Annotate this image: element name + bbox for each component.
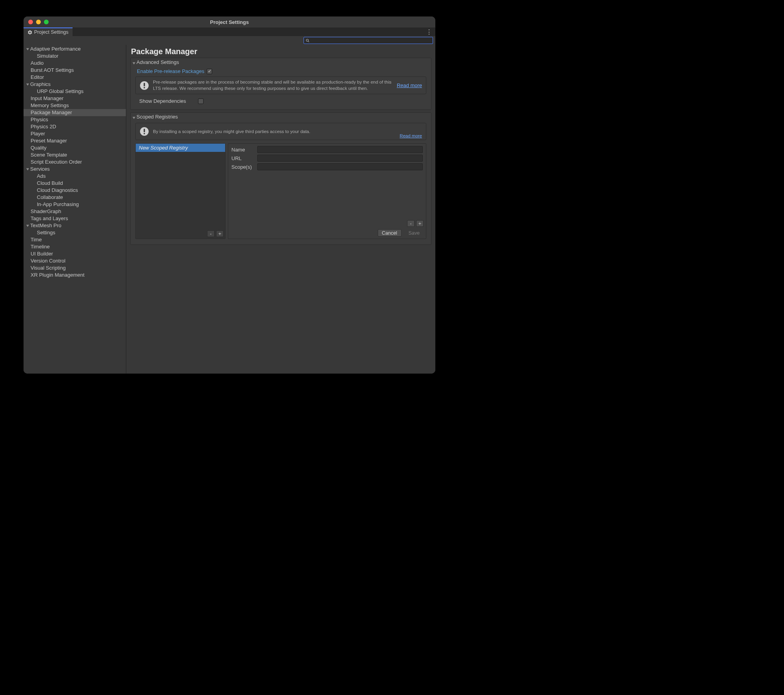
registry-name-label: Name bbox=[231, 147, 257, 153]
sidebar-item-adaptive-performance[interactable]: Adaptive Performance bbox=[24, 46, 126, 53]
sidebar-item-textmesh-pro[interactable]: TextMesh Pro bbox=[24, 222, 126, 229]
sidebar-item-scene-template[interactable]: Scene Template bbox=[24, 151, 126, 159]
advanced-settings-panel: Advanced Settings Enable Pre-release Pac… bbox=[130, 58, 431, 110]
sidebar-item-shadergraph[interactable]: ShaderGraph bbox=[24, 208, 126, 215]
cancel-button[interactable]: Cancel bbox=[378, 229, 402, 237]
registry-area: New Scoped Registry - + Name bbox=[135, 143, 427, 241]
scoped-registries-panel: Scoped Registries By installing a scoped… bbox=[130, 112, 431, 245]
svg-marker-6 bbox=[133, 62, 135, 64]
tab-options-menu[interactable]: ⋮ bbox=[426, 27, 432, 36]
sidebar-item-simulator[interactable]: Simulator bbox=[24, 53, 126, 60]
remove-registry-button[interactable]: - bbox=[207, 230, 215, 237]
sidebar-item-preset-manager[interactable]: Preset Manager bbox=[24, 137, 126, 144]
close-window-button[interactable] bbox=[28, 20, 33, 24]
sidebar-item-label: Burst AOT Settings bbox=[31, 67, 74, 74]
project-settings-window: Project Settings Project Settings ⋮ Adap… bbox=[24, 16, 435, 374]
svg-marker-4 bbox=[26, 168, 29, 170]
scope-buttons: - + bbox=[407, 220, 424, 227]
show-dependencies-label: Show Dependencies bbox=[139, 98, 198, 104]
sidebar-item-label: Settings bbox=[37, 229, 55, 236]
sidebar-item-burst-aot-settings[interactable]: Burst AOT Settings bbox=[24, 67, 126, 74]
save-button[interactable]: Save bbox=[405, 229, 424, 237]
sidebar-item-memory-settings[interactable]: Memory Settings bbox=[24, 102, 126, 109]
body: Adaptive PerformanceSimulatorAudioBurst … bbox=[24, 45, 435, 374]
sidebar-item-urp-global-settings[interactable]: URP Global Settings bbox=[24, 88, 126, 95]
sidebar-item-settings[interactable]: Settings bbox=[24, 229, 126, 236]
registry-scopes-label: Scope(s) bbox=[231, 164, 257, 170]
scoped-read-more-link[interactable]: Read more bbox=[400, 133, 422, 138]
sidebar-item-label: Version Control bbox=[31, 257, 65, 265]
registry-list[interactable]: New Scoped Registry - + bbox=[135, 143, 226, 239]
gear-icon bbox=[27, 30, 33, 35]
sidebar-item-tags-and-layers[interactable]: Tags and Layers bbox=[24, 215, 126, 222]
add-registry-button[interactable]: + bbox=[216, 230, 224, 237]
sidebar-item-cloud-build[interactable]: Cloud Build bbox=[24, 180, 126, 187]
window-title: Project Settings bbox=[24, 19, 435, 25]
sidebar-item-cloud-diagnostics[interactable]: Cloud Diagnostics bbox=[24, 187, 126, 194]
sidebar-item-in-app-purchasing[interactable]: In-App Purchasing bbox=[24, 201, 126, 208]
registry-url-label: URL bbox=[231, 155, 257, 161]
sidebar-item-label: Preset Manager bbox=[31, 137, 67, 144]
sidebar-item-label: Package Manager bbox=[31, 109, 72, 116]
svg-rect-12 bbox=[144, 129, 145, 132]
sidebar-item-package-manager[interactable]: Package Manager bbox=[24, 109, 126, 116]
show-dependencies-checkbox[interactable] bbox=[198, 99, 204, 104]
add-scope-button[interactable]: + bbox=[416, 220, 424, 227]
remove-scope-button[interactable]: - bbox=[407, 220, 415, 227]
search-field[interactable] bbox=[304, 37, 433, 44]
sidebar-item-label: UI Builder bbox=[31, 250, 53, 257]
foldout-arrow-icon bbox=[26, 168, 29, 171]
sidebar-item-label: Visual Scripting bbox=[31, 265, 65, 272]
search-input[interactable] bbox=[311, 38, 433, 43]
tabbar: Project Settings ⋮ bbox=[24, 27, 435, 36]
sidebar-item-collaborate[interactable]: Collaborate bbox=[24, 194, 126, 201]
sidebar-item-audio[interactable]: Audio bbox=[24, 60, 126, 67]
sidebar-item-graphics[interactable]: Graphics bbox=[24, 81, 126, 88]
prerelease-read-more-link[interactable]: Read more bbox=[397, 82, 422, 88]
tab-project-settings[interactable]: Project Settings bbox=[24, 27, 73, 36]
scoped-registries-header[interactable]: Scoped Registries bbox=[131, 113, 431, 120]
registry-name-input[interactable] bbox=[257, 146, 423, 153]
sidebar-item-physics[interactable]: Physics bbox=[24, 116, 126, 123]
prerelease-info-box: Pre-release packages are in the process … bbox=[135, 77, 426, 94]
svg-rect-8 bbox=[144, 83, 145, 86]
enable-prerelease-checkbox[interactable] bbox=[207, 69, 212, 74]
titlebar: Project Settings bbox=[24, 16, 435, 27]
sidebar-item-script-execution-order[interactable]: Script Execution Order bbox=[24, 159, 126, 166]
maximize-window-button[interactable] bbox=[44, 20, 49, 24]
sidebar-item-label: Quality bbox=[31, 144, 46, 151]
sidebar-item-label: Timeline bbox=[31, 243, 50, 250]
sidebar-item-visual-scripting[interactable]: Visual Scripting bbox=[24, 265, 126, 272]
sidebar-item-label: Simulator bbox=[37, 53, 58, 60]
minimize-window-button[interactable] bbox=[36, 20, 41, 24]
sidebar-item-editor[interactable]: Editor bbox=[24, 74, 126, 81]
sidebar-item-physics-2d[interactable]: Physics 2D bbox=[24, 123, 126, 130]
settings-sidebar[interactable]: Adaptive PerformanceSimulatorAudioBurst … bbox=[24, 45, 126, 374]
foldout-arrow-icon bbox=[26, 224, 29, 228]
sidebar-item-label: Input Manager bbox=[31, 95, 64, 102]
sidebar-item-xr-plugin-management[interactable]: XR Plugin Management bbox=[24, 272, 126, 279]
sidebar-item-ads[interactable]: Ads bbox=[24, 173, 126, 180]
sidebar-item-time[interactable]: Time bbox=[24, 236, 126, 243]
registry-scope-input[interactable] bbox=[257, 163, 423, 170]
sidebar-item-services[interactable]: Services bbox=[24, 166, 126, 173]
sidebar-item-ui-builder[interactable]: UI Builder bbox=[24, 250, 126, 257]
show-dependencies-row: Show Dependencies bbox=[135, 97, 427, 106]
registry-url-input[interactable] bbox=[257, 155, 423, 162]
sidebar-item-label: TextMesh Pro bbox=[30, 222, 61, 229]
svg-marker-5 bbox=[26, 224, 29, 226]
sidebar-item-input-manager[interactable]: Input Manager bbox=[24, 95, 126, 102]
advanced-settings-header[interactable]: Advanced Settings bbox=[131, 58, 431, 66]
sidebar-item-label: Adaptive Performance bbox=[30, 46, 81, 53]
prerelease-info-text: Pre-release packages are in the process … bbox=[153, 79, 393, 91]
registry-form: Name URL Scope(s) bbox=[228, 143, 426, 239]
sidebar-item-timeline[interactable]: Timeline bbox=[24, 243, 126, 250]
registry-list-item[interactable]: New Scoped Registry bbox=[136, 144, 225, 152]
svg-marker-3 bbox=[26, 83, 29, 85]
sidebar-item-version-control[interactable]: Version Control bbox=[24, 257, 126, 265]
sidebar-item-label: URP Global Settings bbox=[37, 88, 84, 95]
sidebar-item-quality[interactable]: Quality bbox=[24, 144, 126, 151]
tab-label: Project Settings bbox=[34, 29, 69, 35]
sidebar-item-player[interactable]: Player bbox=[24, 130, 126, 137]
search-icon bbox=[305, 38, 310, 43]
